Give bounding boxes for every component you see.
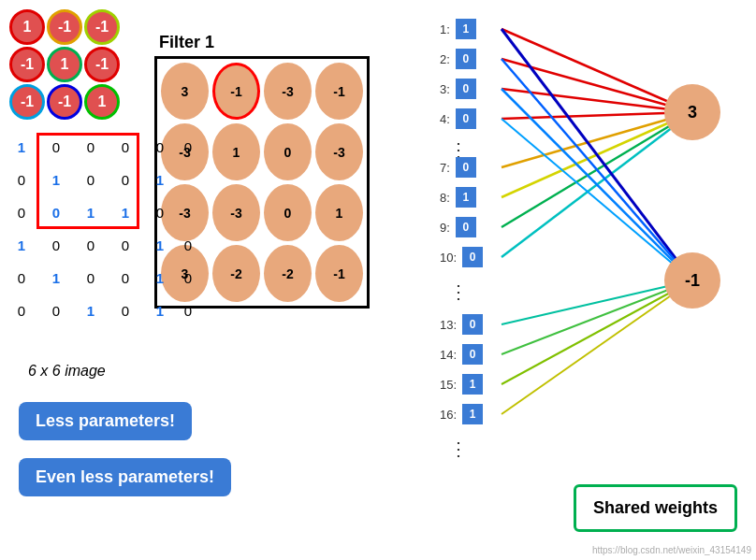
filter-cell-7: -1 <box>9 84 45 120</box>
filter-cell-4: -1 <box>9 47 45 82</box>
m28: 0 <box>109 294 142 326</box>
m15: 1 <box>5 229 38 261</box>
m3: 0 <box>109 131 142 163</box>
filter-label: Filter 1 <box>159 33 214 52</box>
conv-cell-15: -1 <box>315 245 363 302</box>
input-row-3: 3: 0 <box>440 79 476 99</box>
input-row-9: 9: 0 <box>440 217 476 237</box>
conv-cell-3: -1 <box>315 63 363 120</box>
svg-line-11 <box>502 119 692 280</box>
svg-line-6 <box>502 112 692 227</box>
input-row-2: 2: 0 <box>440 49 476 69</box>
m5: 0 <box>5 164 38 195</box>
watermark: https://blog.csdn.net/weixin_43154149 <box>592 545 751 555</box>
svg-line-4 <box>502 112 692 167</box>
m16: 0 <box>39 229 73 261</box>
m8: 0 <box>109 164 142 195</box>
filter-cell-6: -1 <box>84 47 120 82</box>
m13: 1 <box>109 196 142 228</box>
svg-line-15 <box>502 280 692 414</box>
conv-cell-10: 0 <box>264 184 312 241</box>
less-params-button[interactable]: Less parameters! <box>19 402 192 440</box>
input-row-15: 15: 1 <box>440 374 483 395</box>
conv-cell-1: -1 <box>212 63 260 120</box>
conv-cell-9: -3 <box>212 184 260 241</box>
output-node-2: -1 <box>664 252 720 309</box>
input-row-13: 13: 0 <box>440 314 483 335</box>
m21: 1 <box>39 262 73 294</box>
conv-cell-11: 1 <box>315 184 363 241</box>
svg-line-12 <box>502 280 692 324</box>
filter-grid: 1 -1 -1 -1 1 -1 -1 -1 1 <box>9 9 120 120</box>
input-row-10: 10: 0 <box>440 247 483 267</box>
svg-line-9 <box>502 59 692 280</box>
filter-cell-5: 1 <box>47 47 82 82</box>
conv-cell-2: -3 <box>264 63 312 120</box>
m11: 0 <box>39 196 73 228</box>
filter-cell-3: -1 <box>84 9 120 45</box>
input-row-8: 8: 1 <box>440 187 476 208</box>
svg-line-7 <box>502 112 692 257</box>
extra-col: 0 0 0 0 <box>171 131 205 326</box>
input-row-4: 4: 0 <box>440 108 476 129</box>
m20: 0 <box>5 262 38 294</box>
conv-cell-7: -3 <box>315 123 363 180</box>
input-row-14: 14: 0 <box>440 344 483 365</box>
conv-cell-0: 3 <box>161 63 209 120</box>
m6: 1 <box>39 164 73 195</box>
filter-cell-8: -1 <box>47 84 82 120</box>
m0: 1 <box>5 131 38 163</box>
filter-cell-1: 1 <box>9 9 45 45</box>
m7: 0 <box>74 164 108 195</box>
m10: 0 <box>5 196 38 228</box>
even-less-params-button[interactable]: Even less parameters! <box>19 458 231 496</box>
input-matrix: 1 0 0 0 0 0 1 0 0 1 0 0 1 1 0 1 0 0 0 1 … <box>5 131 177 326</box>
conv-cell-6: 0 <box>264 123 312 180</box>
m26: 0 <box>39 294 73 326</box>
svg-line-13 <box>502 280 692 354</box>
m22: 0 <box>74 262 108 294</box>
svg-line-1 <box>502 59 692 112</box>
output-node-1: 3 <box>664 84 720 140</box>
dots-3: ⋮ <box>449 438 468 460</box>
conv-cell-14: -2 <box>264 245 312 302</box>
svg-line-10 <box>502 89 692 280</box>
input-row-16: 16: 1 <box>440 404 483 424</box>
m17: 0 <box>74 229 108 261</box>
input-row-7: 7: 0 <box>440 157 476 178</box>
m12: 1 <box>74 196 108 228</box>
shared-weights-box: Shared weights <box>574 484 737 532</box>
m2: 0 <box>74 131 108 163</box>
m25: 0 <box>5 294 38 326</box>
conv-cell-13: -2 <box>212 245 260 302</box>
m27: 1 <box>74 294 108 326</box>
filter-cell-9: 1 <box>84 84 120 120</box>
svg-line-8 <box>502 29 692 280</box>
dots-2: ⋮ <box>449 280 468 303</box>
svg-line-14 <box>502 280 692 384</box>
m18: 0 <box>109 229 142 261</box>
nn-container: 3 -1 1: 1 2: 0 3: 0 4: 0 ⋮ 7: 0 8: 1 9: … <box>438 0 756 560</box>
m23: 0 <box>109 262 142 294</box>
m1: 0 <box>39 131 73 163</box>
filter-cell-2: -1 <box>47 9 82 45</box>
svg-line-0 <box>502 29 692 112</box>
conv-cell-5: 1 <box>212 123 260 180</box>
input-row-1: 1: 1 <box>440 19 476 39</box>
image-label: 6 x 6 image <box>28 363 106 380</box>
svg-line-5 <box>502 112 692 197</box>
